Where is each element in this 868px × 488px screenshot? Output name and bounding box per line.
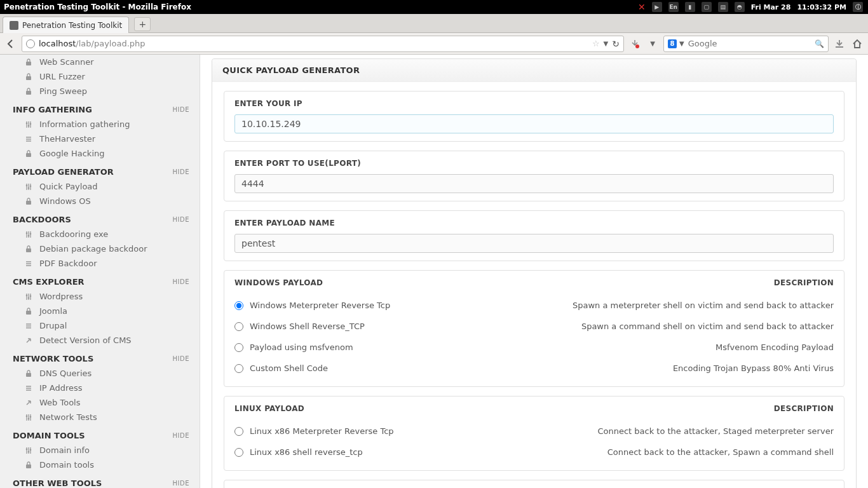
search-engine-icon[interactable]: 8 [668,39,677,48]
sidebar-item[interactable]: Detect Version of CMS [0,333,200,348]
payload-radio[interactable] [234,322,243,331]
clipboard-icon[interactable]: ▤ [718,2,728,12]
sidebar-section-header[interactable]: OTHER WEB TOOLSHIDE [0,472,200,488]
port-input[interactable] [234,174,834,193]
sidebar-section-title: CMS EXPLORER [13,277,85,287]
sidebar-item[interactable]: Domain info [0,443,200,458]
browser-tabstrip: Penetration Testing Toolkit + [0,14,868,33]
payload-radio[interactable] [234,301,243,310]
sidebar-section-header[interactable]: DOMAIN TOOLSHIDE [0,424,200,443]
reload-icon[interactable]: ↻ [612,39,620,49]
svg-rect-37 [26,311,31,315]
payload-option-desc: Spawn a meterpreter shell on victim and … [478,301,834,310]
favicon-icon [10,21,18,30]
svg-point-48 [26,415,28,417]
browser-tab[interactable]: Penetration Testing Toolkit [3,17,129,33]
url-dropdown-icon[interactable]: ▼ [604,40,609,47]
sidebar-item[interactable]: Quick Payload [0,179,200,194]
search-icon[interactable]: 🔍 [815,39,824,48]
payload-option-row: Payload using msfvenomMsfvenom Encoding … [234,337,834,358]
sidebar-item[interactable]: Joomla [0,304,200,318]
sidebar-item[interactable]: Debian package backdoor [0,241,200,256]
sliders-icon [24,230,33,239]
sidebar-section-header[interactable]: NETWORK TOOLSHIDE [0,348,200,366]
payload-option-row: Windows Meterpreter Reverse TcpSpawn a m… [234,295,834,316]
hide-toggle[interactable]: HIDE [173,106,190,113]
payload-radio[interactable] [234,343,243,352]
list-icon [24,259,33,268]
sidebar-item[interactable]: URL Fuzzer [0,69,200,84]
power-icon[interactable]: ◓ [735,2,745,12]
sidebar-item-label: Google Hacking [39,149,105,158]
sidebar-section-header[interactable]: CMS EXPLORERHIDE [0,271,200,289]
svg-point-56 [30,449,32,451]
back-button[interactable] [4,37,18,51]
sidebar-item[interactable]: Windows OS [0,194,200,208]
workspace-icon[interactable]: ▢ [702,2,712,12]
home-icon[interactable] [850,37,864,51]
sidebar-item[interactable]: PDF Backdoor [0,256,200,271]
toolbar-dropdown-icon[interactable]: ▼ [646,37,660,51]
search-input[interactable] [688,39,815,48]
sidebar-item[interactable]: Google Hacking [0,146,200,161]
lock-icon [24,461,33,470]
sidebar-section-header[interactable]: INFO GATHERINGHIDE [0,98,200,117]
tab-title: Penetration Testing Toolkit [22,21,122,30]
payload-radio[interactable] [234,364,243,373]
sidebar-item[interactable]: Drupal [0,318,200,333]
url-bar[interactable]: localhost/lab/payload.php ☆ ▼ ↻ [22,36,624,52]
sidebar-section-header[interactable]: PAYLOAD GENERATORHIDE [0,161,200,179]
hide-toggle[interactable]: HIDE [173,480,190,487]
downloads-icon[interactable] [832,37,846,51]
sidebar-item[interactable]: Web Scanner [0,55,200,69]
payload-group-title: LINUX PAYLOAD [234,404,304,413]
search-engine-dropdown-icon[interactable]: ▼ [679,40,684,47]
sidebar-item[interactable]: Web Tools [0,395,200,410]
network-icon[interactable]: ▮ [685,2,695,12]
payload-option-desc: Connect back to the attacker, Spawn a co… [478,447,834,457]
sidebar-item[interactable]: TheHarvester [0,132,200,146]
svg-point-19 [30,185,32,187]
sidebar-item[interactable]: IP Address [0,381,200,395]
sidebar-item[interactable]: Backdooring exe [0,227,200,241]
new-tab-button[interactable]: + [134,17,151,31]
payload-radio[interactable] [234,427,243,436]
description-header: DESCRIPTION [774,278,834,287]
payload-option-name: Windows Meterpreter Reverse Tcp [250,301,478,310]
hide-toggle[interactable]: HIDE [173,278,190,285]
lang-indicator[interactable]: En [668,2,679,12]
svg-rect-3 [26,91,31,95]
description-header: DESCRIPTION [774,404,834,413]
close-icon[interactable]: ✕ [638,2,646,12]
sidebar-item[interactable]: DNS Queries [0,366,200,381]
main-content: QUICK PAYLOAD GENERATOR ENTER YOUR IP EN… [200,55,868,488]
download-status-icon[interactable] [628,37,642,51]
svg-point-0 [635,44,639,48]
info-icon[interactable]: ⓘ [853,2,863,12]
page-content: Web ScannerURL FuzzerPing SweepINFO GATH… [0,55,868,488]
sidebar-item[interactable]: Domain tools [0,458,200,472]
payload-option-desc: Encoding Trojan Bypass 80% Anti Virus [478,363,834,373]
payload-option-desc: Msfvenom Encoding Payload [478,342,834,352]
hide-toggle[interactable]: HIDE [173,432,190,439]
payload-radio[interactable] [234,448,243,457]
svg-rect-57 [26,464,31,468]
payload-option-row: Linux x86 shell reverse_tcpConnect back … [234,442,834,463]
ip-input[interactable] [234,114,834,133]
sidebar-section-header[interactable]: BACKDOORSHIDE [0,208,200,227]
sidebar-item[interactable]: Ping Sweep [0,84,200,98]
bookmark-icon[interactable]: ☆ [592,39,600,48]
svg-point-18 [28,187,30,189]
sidebar-item[interactable]: Wordpress [0,289,200,304]
hide-toggle[interactable]: HIDE [173,168,190,175]
search-box[interactable]: 8 ▼ 🔍 [663,36,829,52]
name-input[interactable] [234,234,834,253]
sidebar-item-label: Joomla [39,306,67,316]
media-icon[interactable]: ▶ [652,2,662,12]
lock-icon [24,369,33,378]
sidebar-item[interactable]: Network Tests [0,410,200,424]
globe-icon [26,39,35,48]
hide-toggle[interactable]: HIDE [173,216,190,223]
hide-toggle[interactable]: HIDE [173,355,190,362]
sidebar-item[interactable]: Information gathering [0,117,200,132]
